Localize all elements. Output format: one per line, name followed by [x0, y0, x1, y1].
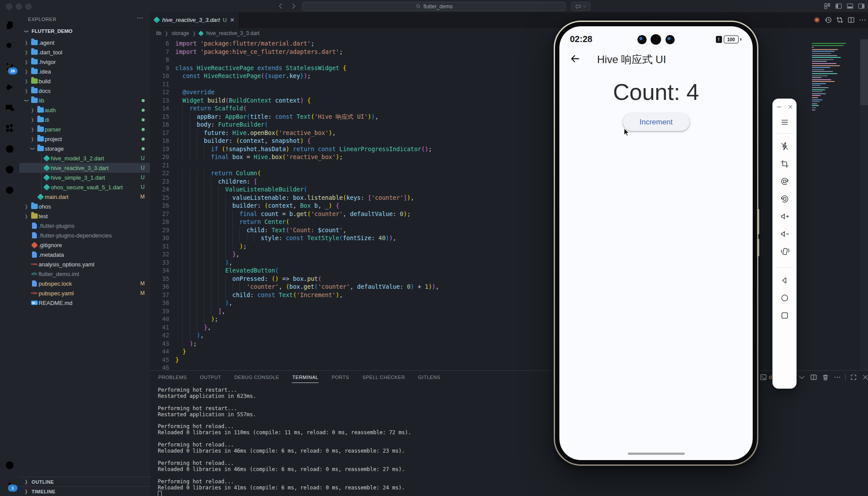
activity-files[interactable]: [0, 16, 19, 35]
breadcrumb-item[interactable]: hive_reactive_3_3.dart: [206, 30, 259, 36]
activity-scm[interactable]: 26: [0, 57, 19, 76]
tree-item-hive-simple-3-1-dart[interactable]: hive_simple_3_1.dartU: [19, 173, 150, 182]
back-button[interactable]: [569, 53, 581, 65]
tree-item-README-md[interactable]: M↓README.md: [19, 298, 150, 308]
tab-hive-reactive[interactable]: hive_reactive_3_3.dart U ✕: [150, 12, 239, 28]
tree-item-auth[interactable]: ❭auth: [19, 105, 150, 115]
sidebar-right-icon[interactable]: [857, 2, 865, 10]
tree-item-test[interactable]: ❭test: [19, 211, 150, 221]
tree-item--dart-tool[interactable]: ❭.dart_tool: [19, 47, 150, 57]
focus-icon[interactable]: [850, 373, 857, 381]
tree-item-di[interactable]: ❭di: [19, 115, 150, 124]
activity-remote[interactable]: [0, 98, 19, 117]
tab-close-icon[interactable]: ✕: [230, 17, 235, 23]
code-editor[interactable]: 6789101112131415161718192021222324252627…: [150, 39, 868, 370]
timeline-section[interactable]: ❭ TIMELINE: [19, 486, 150, 496]
tree-item--flutter-plugins[interactable]: .flutter-plugins: [19, 221, 150, 230]
activity-circle-scan[interactable]: [0, 160, 19, 179]
copilot-menu-button[interactable]: [571, 2, 591, 11]
activity-circle-branch[interactable]: [0, 139, 19, 159]
panel-tab-spell-checker[interactable]: SPELL CHECKER: [362, 372, 406, 383]
tree-item-build[interactable]: ❭build: [19, 76, 150, 86]
activity-package[interactable]: [0, 181, 19, 200]
minimize-icon[interactable]: [776, 104, 782, 110]
close-icon[interactable]: [787, 104, 793, 110]
flutter-burst-icon[interactable]: [813, 16, 821, 24]
trash-icon[interactable]: [822, 373, 829, 381]
window-zoom-button[interactable]: [25, 4, 32, 10]
tree-item-lib[interactable]: ❭lib: [19, 96, 150, 105]
tree-item--metadata[interactable]: .metadata: [19, 250, 150, 259]
tree-item--idea[interactable]: ❭.idea: [19, 67, 150, 76]
activity-debug[interactable]: [0, 78, 19, 97]
panel-bottom-icon[interactable]: [846, 2, 854, 10]
outline-section[interactable]: ❭ OUTLINE: [19, 477, 150, 486]
panel-tab-debug-console[interactable]: DEBUG CONSOLE: [234, 372, 279, 383]
explorer-more-actions-icon[interactable]: ⋯: [137, 14, 144, 22]
tree-item-hive-model-3-2-dart[interactable]: hive_model_3_2.dartU: [19, 153, 150, 163]
panel-tab-ports[interactable]: PORTS: [331, 372, 349, 383]
tree-item-hive-reactive-3-3-dart[interactable]: hive_reactive_3_3.dartU: [19, 163, 150, 173]
window-minimize-button[interactable]: [16, 4, 22, 10]
sidebar-left-icon[interactable]: [835, 2, 843, 10]
panel-tab-output[interactable]: OUTPUT: [199, 372, 221, 383]
tree-item-main-dart[interactable]: main.dartM: [19, 192, 150, 202]
explorer-root-folder[interactable]: ❭ FLUTTER_DEMO: [23, 26, 146, 36]
nav-recents-button[interactable]: [777, 307, 793, 324]
scrollbar-thumb[interactable]: [860, 39, 868, 105]
activity-gear[interactable]: 1: [0, 474, 19, 493]
split-icon[interactable]: [847, 16, 855, 24]
tree-item-ohos[interactable]: ❭ohos: [19, 202, 150, 211]
breadcrumb-item[interactable]: lib: [156, 30, 161, 36]
volume-button[interactable]: [757, 209, 759, 234]
activity-account[interactable]: [0, 456, 19, 475]
power-button[interactable]: [757, 239, 759, 256]
flash-off-button[interactable]: [777, 138, 793, 155]
rot-ccw-button[interactable]: [777, 173, 793, 190]
history-icon[interactable]: [824, 16, 832, 24]
tree-item--hvigor[interactable]: ❭.hvigor: [19, 57, 150, 67]
crop-button[interactable]: [777, 155, 793, 173]
git-sync-icon[interactable]: [836, 16, 844, 24]
minimap[interactable]: [812, 43, 852, 111]
tree-item-parser[interactable]: ❭parser: [19, 124, 150, 134]
rot-cw-button[interactable]: [777, 190, 793, 208]
tree-item-project[interactable]: ❭project: [19, 134, 150, 144]
command-center-search[interactable]: flutter_demo: [302, 2, 566, 11]
vol-up-button[interactable]: [777, 208, 793, 225]
breadcrumb-item[interactable]: storage: [171, 30, 189, 36]
close-icon[interactable]: [861, 373, 868, 381]
tree-item-docs[interactable]: ❭docs: [19, 86, 150, 96]
activity-ext[interactable]: [0, 119, 19, 138]
panel-tab-gitlens[interactable]: GITLENS: [418, 372, 441, 383]
tree-item--flutter-plugins-dependencies[interactable]: .flutter-plugins-dependencies: [19, 230, 150, 240]
shake-button[interactable]: [777, 243, 793, 260]
tree-item-analysis-options-yaml[interactable]: YAMLanalysis_options.yaml: [19, 259, 150, 269]
terminal-output[interactable]: Performing hot restart...Restarted appli…: [158, 387, 411, 496]
panel-tab-problems[interactable]: PROBLEMS: [158, 372, 187, 383]
more-icon[interactable]: [858, 16, 867, 24]
split-icon[interactable]: [810, 373, 818, 381]
tree-item--agent[interactable]: ❭.agent: [19, 38, 150, 47]
tree-item-flutter-demo-iml[interactable]: </>flutter_demo.iml: [19, 269, 150, 279]
terminal-tab-partial[interactable]: d: [759, 373, 772, 381]
nav-back-icon[interactable]: [277, 2, 285, 10]
nav-back-button[interactable]: [777, 272, 793, 289]
tree-item--gitignore[interactable]: .gitignore: [19, 240, 150, 250]
more-icon[interactable]: [833, 373, 841, 381]
layout-icon[interactable]: [823, 2, 831, 10]
activity-search[interactable]: [0, 36, 19, 56]
tree-item-ohos-secure-vault-5-1-dart[interactable]: ohos_secure_vault_5_1.dartU: [19, 182, 150, 192]
nav-home-button[interactable]: [777, 289, 793, 307]
window-close-button[interactable]: [6, 4, 12, 10]
tree-item-pubspec-yaml[interactable]: YAMLpubspec.yamlM: [19, 288, 150, 298]
menu-button[interactable]: [777, 113, 793, 131]
panel-tab-terminal[interactable]: TERMINAL: [292, 372, 319, 383]
chev-down-icon[interactable]: [798, 373, 806, 381]
nav-forward-icon[interactable]: [289, 2, 297, 10]
increment-button[interactable]: Increment: [623, 113, 690, 131]
vol-down-button[interactable]: [777, 225, 793, 243]
breadcrumb[interactable]: lib❭storage❭hive_reactive_3_3.dart: [156, 28, 260, 38]
tree-item-pubspec-lock[interactable]: pubspec.lockM: [19, 279, 150, 288]
tree-item-storage[interactable]: ❭storage: [19, 144, 150, 153]
